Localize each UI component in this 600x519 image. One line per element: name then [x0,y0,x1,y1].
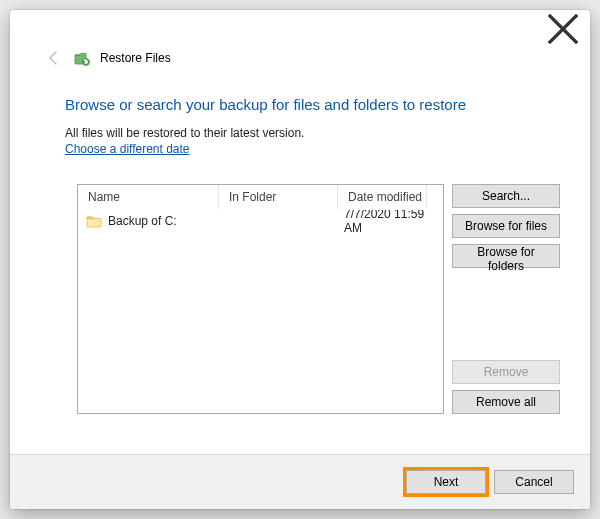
browse-files-button[interactable]: Browse for files [452,214,560,238]
choose-date-link[interactable]: Choose a different date [65,142,190,156]
row-date-modified: 7/7/2020 11:59 AM [334,210,443,235]
column-in-folder[interactable]: In Folder [219,185,338,209]
search-button[interactable]: Search... [452,184,560,208]
row-name: Backup of C: [108,214,177,228]
page-subtext: All files will be restored to their late… [65,126,304,140]
close-button[interactable] [546,16,580,42]
wizard-window: Restore Files Browse or search your back… [10,10,590,509]
cancel-button[interactable]: Cancel [494,470,574,494]
window-title: Restore Files [100,51,171,65]
side-button-column: Search... Browse for files Browse for fo… [452,184,560,414]
column-headers[interactable]: Name In Folder Date modified [78,185,443,210]
restore-files-icon [74,50,90,66]
browse-folders-button[interactable]: Browse for folders [452,244,560,268]
column-name[interactable]: Name [78,185,219,209]
column-tail [427,185,443,209]
next-button[interactable]: Next [406,470,486,494]
list-rows: Backup of C: 7/7/2020 11:59 AM [78,210,443,413]
remove-button: Remove [452,360,560,384]
spacer [452,274,560,354]
content-area: Name In Folder Date modified Backup of [77,184,560,414]
folder-icon [86,214,102,228]
table-row[interactable]: Backup of C: 7/7/2020 11:59 AM [78,210,443,232]
header: Restore Files [44,48,570,68]
footer: Next Cancel [10,455,590,509]
back-arrow-icon [44,48,64,68]
remove-all-button[interactable]: Remove all [452,390,560,414]
file-list[interactable]: Name In Folder Date modified Backup of [77,184,444,414]
page-heading: Browse or search your backup for files a… [65,96,550,113]
column-date-modified[interactable]: Date modified [338,185,427,209]
